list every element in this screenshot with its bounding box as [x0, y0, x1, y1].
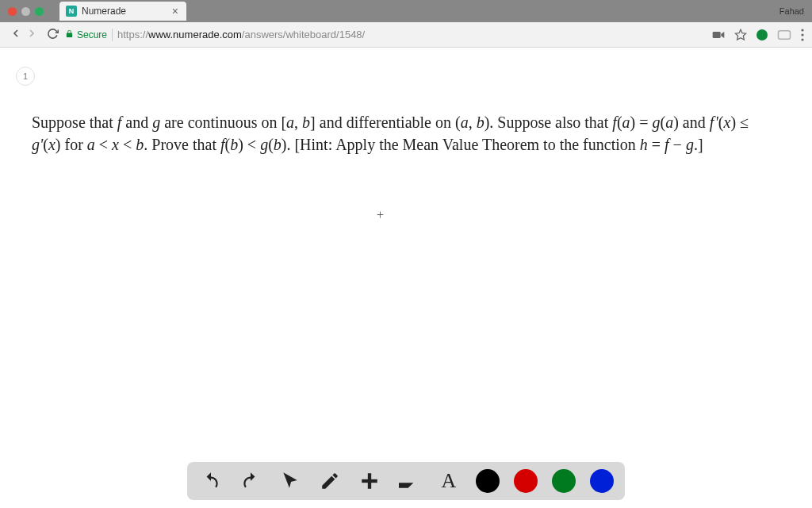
drawing-toolbar: A [187, 462, 625, 500]
secure-label: Secure [77, 29, 107, 40]
svg-point-5 [801, 38, 803, 40]
svg-rect-0 [713, 32, 721, 38]
divider [112, 29, 113, 41]
add-cursor-icon: + [377, 208, 384, 222]
color-red[interactable] [514, 469, 538, 493]
color-green[interactable] [552, 469, 576, 493]
whiteboard-page: 1 Suppose that f and g are continuous on… [0, 48, 812, 508]
tab-title: Numerade [82, 6, 126, 17]
color-black[interactable] [476, 469, 500, 493]
browser-tab[interactable]: N Numerade × [59, 2, 186, 21]
back-button[interactable] [8, 27, 24, 42]
address-bar: Secure https://www.numerade.com/answers/… [0, 22, 812, 48]
svg-point-3 [801, 29, 803, 31]
forward-button[interactable] [24, 27, 40, 42]
page-number-indicator[interactable]: 1 [16, 67, 35, 86]
camera-icon[interactable] [712, 30, 725, 40]
pointer-tool[interactable] [278, 468, 303, 494]
redo-button[interactable] [238, 468, 263, 494]
browser-tab-strip: N Numerade × Fahad [0, 0, 812, 22]
bookmark-star-icon[interactable] [734, 29, 747, 41]
url-display[interactable]: https://www.numerade.com/answers/whitebo… [117, 29, 712, 40]
color-blue[interactable] [590, 469, 614, 493]
eraser-tool[interactable] [396, 468, 422, 494]
tab-close-button[interactable]: × [172, 6, 178, 17]
svg-marker-1 [735, 29, 745, 40]
window-controls [0, 7, 44, 16]
svg-rect-2 [779, 30, 791, 39]
window-close-button[interactable] [8, 7, 17, 16]
window-maximize-button[interactable] [35, 7, 44, 16]
profile-icon[interactable] [777, 29, 791, 40]
more-menu-icon[interactable] [801, 29, 804, 41]
url-path: /answers/whiteboard/1548/ [242, 29, 365, 40]
window-minimize-button[interactable] [21, 7, 30, 16]
profile-name[interactable]: Fahad [779, 6, 804, 16]
problem-text: Suppose that f and g are continuous on [… [32, 111, 780, 156]
url-scheme: https:// [117, 29, 148, 40]
svg-point-4 [801, 33, 803, 36]
pencil-tool[interactable] [317, 468, 343, 494]
undo-button[interactable] [198, 468, 224, 494]
lock-icon [65, 29, 74, 40]
address-bar-right-icons [712, 29, 804, 41]
text-tool[interactable]: A [436, 468, 462, 494]
add-tool[interactable] [357, 468, 382, 494]
tab-favicon: N [66, 6, 77, 17]
reload-button[interactable] [44, 28, 60, 42]
extension-indicator[interactable] [756, 29, 768, 40]
svg-rect-7 [362, 479, 377, 483]
url-host: www.numerade.com [148, 29, 242, 40]
